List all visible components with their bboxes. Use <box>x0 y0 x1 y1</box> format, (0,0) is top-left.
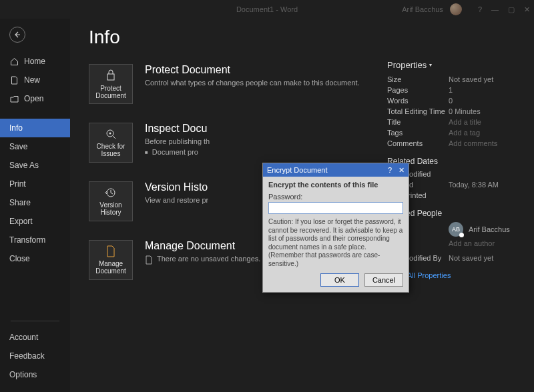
sidebar-label: Info <box>9 123 23 133</box>
history-icon <box>105 187 117 199</box>
card-label: Version History <box>99 201 121 216</box>
cancel-button[interactable]: Cancel <box>364 273 403 287</box>
sidebar-label: Feedback <box>9 351 45 361</box>
new-icon <box>9 75 19 85</box>
sidebar-item-saveas[interactable]: Save As <box>0 156 70 175</box>
sidebar-item-share[interactable]: Share <box>0 193 70 212</box>
document-small-icon <box>145 255 153 265</box>
sidebar-label: Close <box>9 254 30 263</box>
back-button[interactable] <box>9 27 25 43</box>
prop-value: Today, 8:38 AM <box>449 181 499 189</box>
doc-title: Document1 - Word <box>236 5 298 13</box>
properties-heading[interactable]: Properties▾ <box>387 60 521 70</box>
author-name: Arif Bacchus <box>469 225 510 233</box>
prop-value: 0 <box>449 97 453 105</box>
section-desc: Control what types of changes people can… <box>145 79 360 87</box>
manage-document-button[interactable]: Manage Document <box>89 240 133 280</box>
prop-label: Pages <box>387 86 449 94</box>
prop-label: Size <box>387 75 449 83</box>
check-issues-button[interactable]: Check for Issues <box>89 123 133 163</box>
version-history-button[interactable]: Version History <box>89 181 133 221</box>
prop-value[interactable]: Add a tag <box>449 129 480 137</box>
svg-point-2 <box>109 133 111 135</box>
prop-label: Title <box>387 118 449 126</box>
sidebar-label: Save As <box>9 161 39 170</box>
sidebar-item-export[interactable]: Export <box>0 212 70 231</box>
section-desc: There are no unsaved changes. <box>157 255 260 263</box>
sidebar-item-options[interactable]: Options <box>0 365 70 384</box>
open-icon <box>9 94 19 103</box>
maximize-icon[interactable]: ▢ <box>508 5 515 14</box>
protect-document-button[interactable]: Protect Document <box>89 64 133 104</box>
sidebar-label: New <box>24 75 40 85</box>
sidebar-label: Home <box>24 57 45 66</box>
lock-icon <box>105 69 117 82</box>
sidebar-label: Save <box>9 142 27 151</box>
sidebar-label: Open <box>24 94 43 103</box>
titlebar-user: Arif Bacchus <box>402 5 443 13</box>
prop-label: Total Editing Time <box>387 107 449 115</box>
minimize-icon[interactable]: — <box>491 5 499 14</box>
page-title: Info <box>89 27 374 48</box>
password-input[interactable] <box>268 202 403 214</box>
prop-value[interactable]: Add a title <box>449 118 481 126</box>
sidebar-item-close[interactable]: Close <box>0 249 70 268</box>
sidebar-label: Share <box>9 198 31 207</box>
prop-value[interactable]: Add comments <box>449 139 497 147</box>
home-icon <box>9 57 19 66</box>
dialog-subtitle: Encrypt the contents of this file <box>268 181 403 189</box>
avatar-icon: AB <box>449 222 463 237</box>
add-author[interactable]: Add an author <box>449 239 495 247</box>
sidebar-item-new[interactable]: New <box>0 71 70 89</box>
section-title: Manage Document <box>145 240 260 252</box>
sidebar-label: Export <box>9 217 33 226</box>
section-bullet: Document pro <box>145 148 210 156</box>
sidebar-label: Account <box>9 333 38 342</box>
sidebar-label: Options <box>9 370 37 379</box>
prop-value: 1 <box>449 86 453 94</box>
dialog-close-icon[interactable]: ✕ <box>398 166 405 175</box>
prop-label: Tags <box>387 129 449 137</box>
svg-rect-0 <box>107 74 114 80</box>
sidebar-item-print[interactable]: Print <box>0 175 70 193</box>
close-window-icon[interactable]: ✕ <box>524 5 530 14</box>
section-inspect: Check for Issues Inspect Docu Before pub… <box>89 123 374 163</box>
encrypt-document-dialog: Encrypt Document ? ✕ Encrypt the content… <box>262 163 409 293</box>
dialog-help-icon[interactable]: ? <box>388 166 392 175</box>
prop-label: Comments <box>387 139 449 147</box>
sidebar-item-feedback[interactable]: Feedback <box>0 347 70 365</box>
sidebar-item-open[interactable]: Open <box>0 89 70 108</box>
sidebar-item-account[interactable]: Account <box>0 328 70 347</box>
section-protect: Protect Document Protect Document Contro… <box>89 64 374 104</box>
card-label: Protect Document <box>95 85 126 99</box>
sidebar-item-home[interactable]: Home <box>0 52 70 71</box>
arrow-left-icon <box>13 31 21 39</box>
sidebar-label: Transform <box>9 235 45 245</box>
titlebar: Document1 - Word Arif Bacchus ? — ▢ ✕ <box>0 0 534 19</box>
author[interactable]: AB Arif Bacchus <box>449 222 510 237</box>
dialog-title: Encrypt Document <box>267 166 327 174</box>
ok-button[interactable]: OK <box>320 273 359 287</box>
card-label: Check for Issues <box>97 143 125 157</box>
section-title: Protect Document <box>145 64 360 76</box>
prop-value: Not saved yet <box>449 75 493 83</box>
avatar-icon[interactable] <box>450 3 462 15</box>
sidebar: Home New Open Info Save Save As Print Sh… <box>0 19 70 392</box>
card-label: Manage Document <box>95 260 126 275</box>
prop-value: Not saved yet <box>449 254 493 262</box>
dialog-titlebar[interactable]: Encrypt Document ? ✕ <box>263 163 409 177</box>
chevron-down-icon: ▾ <box>429 62 432 68</box>
prop-value: 0 Minutes <box>449 107 481 115</box>
prop-label: Words <box>387 97 449 105</box>
section-desc: View and restore pr <box>145 196 208 204</box>
sidebar-item-transform[interactable]: Transform <box>0 231 70 249</box>
sidebar-item-info[interactable]: Info <box>0 119 70 137</box>
section-title: Inspect Docu <box>145 123 210 135</box>
section-desc: Before publishing th <box>145 137 210 145</box>
sidebar-item-save[interactable]: Save <box>0 137 70 156</box>
password-label: Password: <box>268 193 403 201</box>
inspect-icon <box>105 128 117 140</box>
help-icon[interactable]: ? <box>478 5 482 14</box>
document-icon <box>105 245 116 257</box>
section-title: Version Histo <box>145 181 208 193</box>
